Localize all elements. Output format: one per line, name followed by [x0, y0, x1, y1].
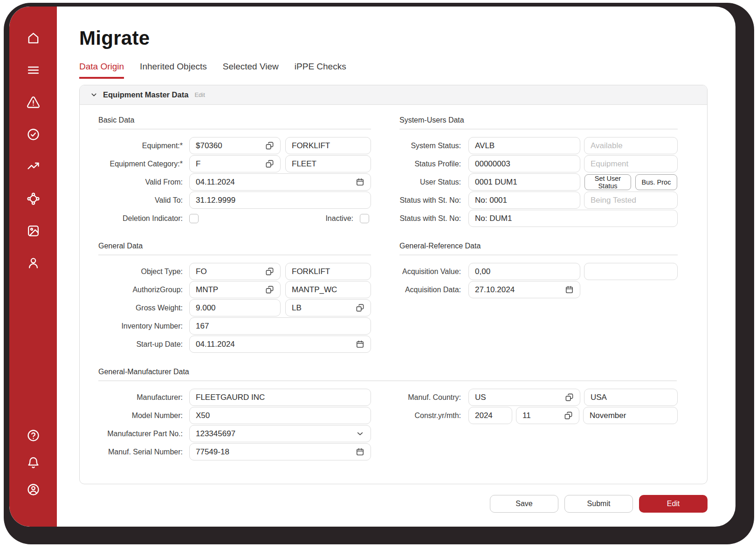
notifications-bell-icon[interactable] [26, 455, 41, 470]
status-profile-label: Status Profile: [399, 160, 461, 168]
home-icon[interactable] [26, 30, 41, 45]
copy-icon[interactable] [262, 141, 274, 150]
authoriz-group-input[interactable]: MNTP [189, 281, 281, 298]
startup-date-input[interactable]: 04.11.2024 [189, 336, 371, 353]
user-status-input[interactable]: 0001 DUM1 [468, 173, 580, 191]
tab-ippe-checks[interactable]: iPPE Checks [295, 62, 346, 79]
copy-icon[interactable] [262, 285, 274, 294]
manuf-country-desc-input[interactable]: USA [584, 389, 678, 406]
indicator-row: Deletion Indicator: Inactive: [98, 210, 371, 227]
startup-date-label: Start-up Date: [98, 340, 183, 349]
user-icon[interactable] [26, 255, 41, 270]
copy-icon[interactable] [262, 159, 274, 168]
authoriz-group-desc-input[interactable]: MANTP_WC [285, 281, 371, 298]
tab-data-origin[interactable]: Data Origin [79, 62, 124, 79]
copy-icon[interactable] [562, 393, 574, 402]
category-label: Equipment Category:* [98, 160, 183, 168]
category-code-value: F [196, 159, 200, 169]
main-content: Migrate Data Origin Inherited Objects Se… [57, 7, 735, 527]
manufacturer-right-column: Manuf. Country: US USA Constr.yr/mth: 20… [399, 389, 678, 461]
account-circle-icon[interactable] [26, 482, 41, 497]
acquisition-value-value: 0,00 [475, 267, 490, 276]
equipment-code-input[interactable]: $70360 [189, 137, 281, 154]
constr-month-input[interactable]: 11 [516, 407, 579, 424]
save-button[interactable]: Save [490, 495, 558, 513]
calendar-icon[interactable] [353, 340, 364, 349]
manufacturer-part-select[interactable]: 123345697 [189, 425, 371, 442]
panel-header[interactable]: Equipment Master Data Edit [80, 85, 707, 105]
acquisition-value-extra-input[interactable] [584, 263, 678, 280]
gross-weight-label: Gross Weight: [98, 304, 183, 312]
valid-to-value: 31.12.9999 [196, 196, 235, 205]
check-circle-icon[interactable] [26, 127, 41, 142]
manufacturer-input[interactable]: FLEETGAURD INC [189, 389, 371, 406]
status-no1-input[interactable]: No: 0001 [468, 192, 580, 209]
manuf-serial-input[interactable]: 77549-18 [189, 443, 371, 460]
copy-icon[interactable] [353, 303, 364, 312]
status-no1-desc-value: Being Tested [591, 196, 636, 205]
image-icon[interactable] [26, 223, 41, 238]
calendar-icon[interactable] [562, 285, 574, 294]
weight-unit-input[interactable]: LB [285, 299, 371, 316]
column-gap [371, 389, 399, 461]
category-code-input[interactable]: F [189, 155, 281, 172]
menu-icon[interactable] [26, 62, 41, 77]
network-nodes-icon[interactable] [26, 191, 41, 206]
help-icon[interactable] [26, 428, 41, 443]
edit-button[interactable]: Edit [639, 495, 708, 513]
object-type-input[interactable]: FO [189, 263, 281, 280]
tab-selected-view[interactable]: Selected View [223, 62, 279, 79]
copy-icon[interactable] [561, 411, 573, 420]
equipment-row: Equipment:* $70360 FORKLIFT [98, 137, 371, 154]
manuf-country-input[interactable]: US [468, 389, 580, 406]
equipment-desc-input[interactable]: FORKLIFT [285, 137, 371, 154]
authoriz-group-row: AuthorizGroup: MNTP MANTP_WC [98, 281, 371, 298]
tab-bar: Data Origin Inherited Objects Selected V… [79, 62, 708, 79]
sidebar-bottom-group [26, 428, 41, 497]
collapse-chevron-icon[interactable] [90, 91, 98, 99]
calendar-icon[interactable] [353, 447, 364, 456]
trending-up-icon[interactable] [26, 159, 41, 174]
status-profile-row: Status Profile: 00000003 Equipment [399, 155, 678, 172]
bus-proc-button[interactable]: Bus. Proc [635, 174, 677, 190]
inventory-number-input[interactable]: 167 [189, 317, 371, 335]
status-profile-input[interactable]: 00000003 [468, 155, 580, 172]
panel-edit-link[interactable]: Edit [194, 91, 205, 98]
valid-from-input[interactable]: 04.11.2024 [189, 173, 371, 191]
status-no2-label: Status with St. No: [399, 214, 461, 223]
acquisition-date-input[interactable]: 27.10.2024 [468, 281, 580, 298]
chevron-down-icon[interactable] [353, 429, 364, 438]
copy-icon[interactable] [262, 267, 274, 276]
submit-button[interactable]: Submit [564, 495, 633, 513]
constr-year-input[interactable]: 2024 [468, 407, 512, 424]
calendar-icon[interactable] [353, 178, 364, 186]
inactive-checkbox[interactable] [360, 214, 369, 223]
status-no2-input[interactable]: No: DUM1 [468, 210, 678, 227]
set-user-status-button[interactable]: Set User Status [584, 174, 631, 190]
constr-month-name-input[interactable]: November [583, 407, 678, 424]
valid-from-label: Valid From: [98, 178, 183, 186]
startup-date-row: Start-up Date: 04.11.2024 [98, 336, 371, 353]
model-number-row: Model Number: X50 [98, 407, 371, 424]
status-profile-desc-value: Equipment [591, 159, 628, 169]
alert-triangle-icon[interactable] [26, 95, 41, 110]
inventory-number-row: Inventory Number: 167 [98, 317, 371, 335]
gross-weight-input[interactable]: 9.000 [189, 299, 281, 316]
equipment-desc-value: FORKLIFT [292, 141, 330, 151]
model-number-input[interactable]: X50 [189, 407, 371, 424]
system-status-row: System Status: AVLB Available [399, 137, 678, 154]
equipment-label: Equipment:* [98, 142, 183, 150]
system-status-input[interactable]: AVLB [468, 137, 580, 154]
manufacturer-row: Manufacturer: FLEETGAURD INC [98, 389, 371, 406]
gross-weight-value: 9.000 [196, 303, 216, 313]
valid-to-input[interactable]: 31.12.9999 [189, 192, 371, 209]
tab-inherited-objects[interactable]: Inherited Objects [140, 62, 207, 79]
acquisition-value-input[interactable]: 0,00 [468, 263, 580, 280]
equipment-category-row: Equipment Category:* F FLEET [98, 155, 371, 172]
model-number-value: X50 [196, 411, 210, 420]
category-desc-value: FLEET [292, 159, 316, 169]
status-no1-desc-input: Being Tested [584, 192, 678, 209]
category-desc-input[interactable]: FLEET [285, 155, 371, 172]
object-type-desc-input[interactable]: FORKLIFT [285, 263, 371, 280]
deletion-indicator-checkbox[interactable] [189, 214, 199, 223]
